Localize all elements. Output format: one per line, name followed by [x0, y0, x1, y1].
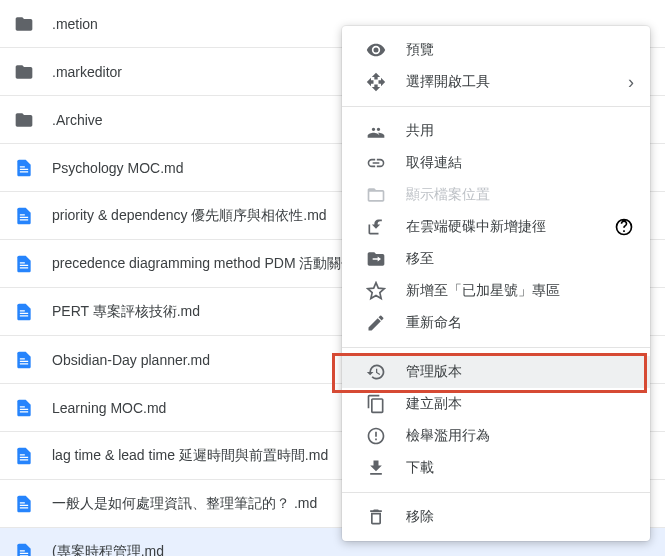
file-name: Obsidian-Day planner.md — [52, 352, 210, 368]
file-name: .markeditor — [52, 64, 122, 80]
eye-icon — [366, 40, 386, 60]
menu-get-link[interactable]: 取得連結 — [342, 147, 650, 179]
context-menu: 預覽 選擇開啟工具 › 共用 取得連結 顯示檔案位置 在雲端硬碟中新增捷徑 移至… — [342, 26, 650, 541]
menu-label: 重新命名 — [406, 314, 634, 332]
menu-label: 共用 — [406, 122, 634, 140]
doc-icon — [14, 158, 34, 178]
doc-icon — [14, 398, 34, 418]
doc-icon — [14, 302, 34, 322]
file-name: PERT 專案評核技術.md — [52, 303, 200, 321]
menu-report-abuse[interactable]: 檢舉濫用行為 — [342, 420, 650, 452]
folder-icon — [14, 14, 34, 34]
menu-label: 建立副本 — [406, 395, 634, 413]
menu-label: 下載 — [406, 459, 634, 477]
file-name: (專案時程管理.md — [52, 543, 164, 557]
menu-separator — [342, 492, 650, 493]
menu-make-copy[interactable]: 建立副本 — [342, 388, 650, 420]
folder-outline-icon — [366, 185, 386, 205]
menu-move-to[interactable]: 移至 — [342, 243, 650, 275]
menu-label: 取得連結 — [406, 154, 634, 172]
menu-label: 管理版本 — [406, 363, 634, 381]
menu-add-shortcut[interactable]: 在雲端硬碟中新增捷徑 — [342, 211, 650, 243]
open-with-icon — [366, 72, 386, 92]
menu-label: 在雲端硬碟中新增捷徑 — [406, 218, 594, 236]
menu-add-starred[interactable]: 新增至「已加星號」專區 — [342, 275, 650, 307]
file-name: Learning MOC.md — [52, 400, 166, 416]
file-name: lag time & lead time 延遲時間與前置時間.md — [52, 447, 328, 465]
menu-preview[interactable]: 預覽 — [342, 34, 650, 66]
menu-label: 移除 — [406, 508, 634, 526]
file-name: precedence diagramming method PDM 活動關係圖 — [52, 255, 369, 273]
menu-manage-versions[interactable]: 管理版本 — [342, 356, 650, 388]
file-name: 一般人是如何處理資訊、整理筆記的？ .md — [52, 495, 317, 513]
menu-label: 顯示檔案位置 — [406, 186, 634, 204]
star-icon — [366, 281, 386, 301]
menu-download[interactable]: 下載 — [342, 452, 650, 484]
copy-icon — [366, 394, 386, 414]
file-name: .Archive — [52, 112, 103, 128]
menu-rename[interactable]: 重新命名 — [342, 307, 650, 339]
doc-icon — [14, 446, 34, 466]
folder-icon — [14, 110, 34, 130]
doc-icon — [14, 350, 34, 370]
pencil-icon — [366, 313, 386, 333]
menu-separator — [342, 347, 650, 348]
doc-icon — [14, 254, 34, 274]
help-icon[interactable] — [614, 217, 634, 237]
menu-label: 選擇開啟工具 — [406, 73, 608, 91]
folder-icon — [14, 62, 34, 82]
menu-separator — [342, 106, 650, 107]
file-name: Psychology MOC.md — [52, 160, 183, 176]
menu-label: 檢舉濫用行為 — [406, 427, 634, 445]
menu-label: 移至 — [406, 250, 634, 268]
download-icon — [366, 458, 386, 478]
menu-share[interactable]: 共用 — [342, 115, 650, 147]
file-name: priority & dependency 優先順序與相依性.md — [52, 207, 327, 225]
move-icon — [366, 249, 386, 269]
link-icon — [366, 153, 386, 173]
menu-remove[interactable]: 移除 — [342, 501, 650, 533]
shortcut-icon — [366, 217, 386, 237]
doc-icon — [14, 494, 34, 514]
file-name: .metion — [52, 16, 98, 32]
menu-show-location: 顯示檔案位置 — [342, 179, 650, 211]
menu-label: 新增至「已加星號」專區 — [406, 282, 634, 300]
chevron-right-icon: › — [628, 73, 634, 91]
share-icon — [366, 121, 386, 141]
trash-icon — [366, 507, 386, 527]
menu-open-with[interactable]: 選擇開啟工具 › — [342, 66, 650, 98]
doc-icon — [14, 542, 34, 557]
history-icon — [366, 362, 386, 382]
menu-label: 預覽 — [406, 41, 634, 59]
doc-icon — [14, 206, 34, 226]
report-icon — [366, 426, 386, 446]
